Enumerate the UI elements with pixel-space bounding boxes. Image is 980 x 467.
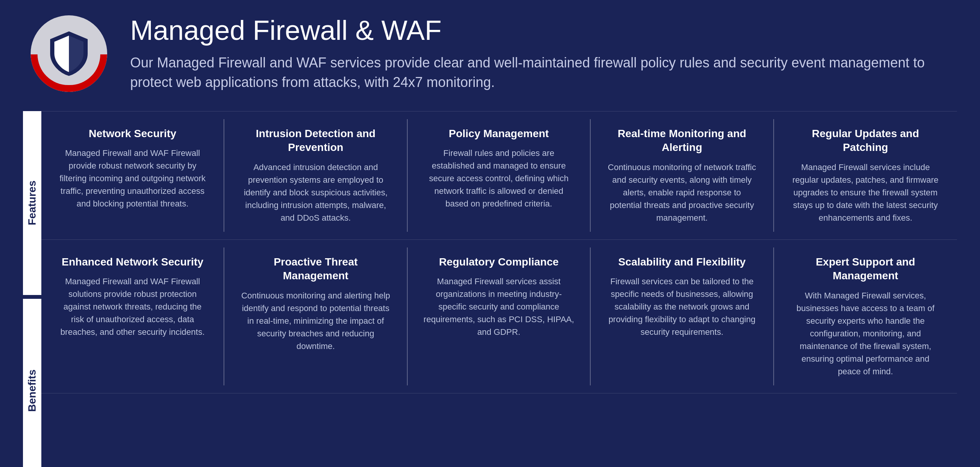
benefit-title-2: Regulatory Compliance [423,255,575,269]
benefit-body-2: Managed Firewall services assist organiz… [423,275,575,338]
benefit-body-3: Firewall services can be tailored to the… [606,275,758,338]
page-wrapper: Managed Firewall & WAF Our Managed Firew… [0,0,980,467]
features-label: Features [23,111,41,295]
feature-body-1: Advanced intrusion detection and prevent… [240,161,391,224]
benefit-body-4: With Managed Firewall services, business… [789,289,942,378]
feature-cell-2: Policy Management Firewall rules and pol… [408,119,591,232]
benefits-section: Enhanced Network Security Managed Firewa… [41,239,957,393]
feature-title-1: Intrusion Detection and Prevention [240,127,391,155]
benefits-label: Benefits [23,299,41,467]
benefit-cell-1: Proactive Threat Management Continuous m… [224,247,407,385]
feature-body-0: Managed Firewall and WAF Firewall provid… [57,147,208,210]
shield-circle [31,15,107,92]
benefit-title-1: Proactive Threat Management [240,255,391,283]
side-labels: Features Benefits [23,111,41,467]
feature-body-4: Managed Firewall services include regula… [789,161,942,224]
feature-title-3: Real-time Monitoring and Alerting [606,127,758,155]
benefit-cell-3: Scalability and Flexibility Firewall ser… [591,247,774,385]
page-title: Managed Firewall & WAF [130,15,957,46]
benefit-cell-0: Enhanced Network Security Managed Firewa… [41,247,224,385]
feature-title-2: Policy Management [423,127,575,141]
shield-icon [46,29,92,79]
benefit-body-0: Managed Firewall and WAF Firewall soluti… [57,275,208,338]
header-section: Managed Firewall & WAF Our Managed Firew… [23,15,957,92]
grid-sections: Network Security Managed Firewall and WA… [41,111,957,467]
benefit-title-3: Scalability and Flexibility [606,255,758,269]
content-area: Features Benefits Network Security Manag… [23,111,957,467]
benefit-title-0: Enhanced Network Security [57,255,208,269]
feature-body-3: Continuous monitoring of network traffic… [606,161,758,224]
feature-cell-0: Network Security Managed Firewall and WA… [41,119,224,232]
benefit-cell-2: Regulatory Compliance Managed Firewall s… [408,247,591,385]
feature-title-0: Network Security [57,127,208,141]
feature-cell-1: Intrusion Detection and Prevention Advan… [224,119,407,232]
logo-container [31,15,107,92]
benefit-title-4: Expert Support and Management [789,255,942,283]
feature-body-2: Firewall rules and policies are establis… [423,147,575,210]
benefit-cell-4: Expert Support and Management With Manag… [774,247,957,385]
header-text: Managed Firewall & WAF Our Managed Firew… [130,15,957,92]
feature-title-4: Regular Updates and Patching [789,127,942,155]
feature-cell-3: Real-time Monitoring and Alerting Contin… [591,119,774,232]
benefit-body-1: Continuous monitoring and alerting help … [240,289,391,352]
features-section: Network Security Managed Firewall and WA… [41,111,957,239]
feature-cell-4: Regular Updates and Patching Managed Fir… [774,119,957,232]
page-subtitle: Our Managed Firewall and WAF services pr… [130,53,934,92]
